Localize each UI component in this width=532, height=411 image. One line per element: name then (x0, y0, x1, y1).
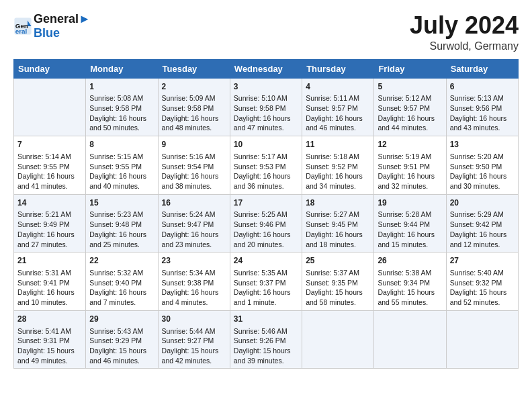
calendar-cell: 27Sunrise: 5:40 AM Sunset: 9:32 PM Dayli… (446, 253, 518, 311)
cell-content: Sunrise: 5:24 AM Sunset: 9:47 PM Dayligh… (162, 210, 226, 249)
cell-content: Sunrise: 5:11 AM Sunset: 9:57 PM Dayligh… (306, 93, 370, 133)
title-block: July 2024 Surwold, Germany (410, 12, 519, 52)
cell-content: Sunrise: 5:37 AM Sunset: 9:35 PM Dayligh… (306, 268, 370, 308)
day-number: 5 (378, 81, 442, 93)
day-number: 9 (162, 139, 226, 150)
cell-content: Sunrise: 5:29 AM Sunset: 9:42 PM Dayligh… (450, 210, 515, 249)
calendar-cell: 15Sunrise: 5:23 AM Sunset: 9:48 PM Dayli… (86, 194, 158, 253)
calendar-cell: 13Sunrise: 5:20 AM Sunset: 9:50 PM Dayli… (446, 136, 518, 195)
day-number: 24 (234, 255, 298, 267)
cell-content: Sunrise: 5:32 AM Sunset: 9:40 PM Dayligh… (89, 268, 154, 308)
day-number: 13 (450, 139, 515, 150)
cell-content: Sunrise: 5:35 AM Sunset: 9:37 PM Dayligh… (234, 268, 298, 308)
calendar-cell: 2Sunrise: 5:09 AM Sunset: 9:58 PM Daylig… (158, 78, 230, 136)
day-number: 2 (162, 81, 226, 93)
logo-icon: Gen eral (13, 17, 32, 36)
day-number: 21 (17, 255, 82, 267)
header: Gen eral General► Blue July 2024 Surwold… (13, 12, 519, 52)
week-row-4: 21Sunrise: 5:31 AM Sunset: 9:41 PM Dayli… (14, 253, 519, 311)
calendar-cell (14, 78, 86, 136)
cell-content: Sunrise: 5:21 AM Sunset: 9:49 PM Dayligh… (17, 210, 82, 249)
cell-content: Sunrise: 5:25 AM Sunset: 9:46 PM Dayligh… (234, 210, 298, 249)
logo: Gen eral General► Blue (13, 12, 91, 40)
calendar-cell: 30Sunrise: 5:44 AM Sunset: 9:27 PM Dayli… (158, 310, 230, 369)
calendar-cell: 28Sunrise: 5:41 AM Sunset: 9:31 PM Dayli… (14, 310, 86, 369)
calendar-cell: 1Sunrise: 5:08 AM Sunset: 9:58 PM Daylig… (86, 78, 158, 136)
cell-content: Sunrise: 5:20 AM Sunset: 9:50 PM Dayligh… (450, 152, 515, 191)
week-row-1: 1Sunrise: 5:08 AM Sunset: 9:58 PM Daylig… (14, 78, 519, 136)
col-header-saturday: Saturday (446, 59, 518, 78)
calendar-cell: 3Sunrise: 5:10 AM Sunset: 9:58 PM Daylig… (230, 78, 302, 136)
calendar-cell: 14Sunrise: 5:21 AM Sunset: 9:49 PM Dayli… (14, 194, 86, 253)
week-row-2: 7Sunrise: 5:14 AM Sunset: 9:55 PM Daylig… (14, 136, 519, 195)
calendar-cell: 8Sunrise: 5:15 AM Sunset: 9:55 PM Daylig… (86, 136, 158, 195)
day-number: 8 (89, 139, 154, 150)
cell-content: Sunrise: 5:46 AM Sunset: 9:26 PM Dayligh… (234, 326, 298, 366)
day-number: 11 (306, 139, 370, 150)
calendar-cell: 4Sunrise: 5:11 AM Sunset: 9:57 PM Daylig… (302, 78, 374, 136)
calendar-cell: 26Sunrise: 5:38 AM Sunset: 9:34 PM Dayli… (374, 253, 446, 311)
calendar-cell: 17Sunrise: 5:25 AM Sunset: 9:46 PM Dayli… (230, 194, 302, 253)
cell-content: Sunrise: 5:15 AM Sunset: 9:55 PM Dayligh… (89, 152, 154, 191)
day-number: 30 (162, 314, 226, 325)
day-number: 27 (450, 255, 515, 267)
logo-text: General► Blue (34, 12, 91, 40)
cell-content: Sunrise: 5:16 AM Sunset: 9:54 PM Dayligh… (162, 152, 226, 191)
day-number: 25 (306, 255, 370, 267)
day-number: 18 (306, 197, 370, 209)
calendar-cell (446, 310, 518, 369)
col-header-wednesday: Wednesday (230, 59, 302, 78)
subtitle: Surwold, Germany (410, 40, 519, 52)
cell-content: Sunrise: 5:10 AM Sunset: 9:58 PM Dayligh… (234, 93, 298, 133)
main-title: July 2024 (410, 12, 519, 39)
day-number: 31 (234, 314, 298, 325)
page: Gen eral General► Blue July 2024 Surwold… (0, 0, 532, 375)
cell-content: Sunrise: 5:40 AM Sunset: 9:32 PM Dayligh… (450, 268, 515, 308)
day-number: 26 (378, 255, 442, 267)
calendar-cell (302, 310, 374, 369)
day-number: 28 (17, 314, 82, 325)
calendar-cell: 11Sunrise: 5:18 AM Sunset: 9:52 PM Dayli… (302, 136, 374, 195)
cell-content: Sunrise: 5:23 AM Sunset: 9:48 PM Dayligh… (89, 210, 154, 249)
calendar-cell: 23Sunrise: 5:34 AM Sunset: 9:38 PM Dayli… (158, 253, 230, 311)
cell-content: Sunrise: 5:14 AM Sunset: 9:55 PM Dayligh… (17, 152, 82, 191)
col-header-friday: Friday (374, 59, 446, 78)
calendar-cell: 24Sunrise: 5:35 AM Sunset: 9:37 PM Dayli… (230, 253, 302, 311)
day-number: 19 (378, 197, 442, 209)
calendar-cell: 6Sunrise: 5:13 AM Sunset: 9:56 PM Daylig… (446, 78, 518, 136)
header-row: SundayMondayTuesdayWednesdayThursdayFrid… (14, 59, 519, 78)
col-header-monday: Monday (86, 59, 158, 78)
cell-content: Sunrise: 5:19 AM Sunset: 9:51 PM Dayligh… (378, 152, 442, 191)
day-number: 12 (378, 139, 442, 150)
day-number: 7 (17, 139, 82, 150)
cell-content: Sunrise: 5:09 AM Sunset: 9:58 PM Dayligh… (162, 93, 226, 133)
calendar-cell: 25Sunrise: 5:37 AM Sunset: 9:35 PM Dayli… (302, 253, 374, 311)
calendar-cell: 29Sunrise: 5:43 AM Sunset: 9:29 PM Dayli… (86, 310, 158, 369)
cell-content: Sunrise: 5:38 AM Sunset: 9:34 PM Dayligh… (378, 268, 442, 308)
col-header-sunday: Sunday (14, 59, 86, 78)
day-number: 20 (450, 197, 515, 209)
week-row-3: 14Sunrise: 5:21 AM Sunset: 9:49 PM Dayli… (14, 194, 519, 253)
calendar-cell: 9Sunrise: 5:16 AM Sunset: 9:54 PM Daylig… (158, 136, 230, 195)
day-number: 1 (89, 81, 154, 93)
calendar-table: SundayMondayTuesdayWednesdayThursdayFrid… (13, 59, 519, 369)
day-number: 15 (89, 197, 154, 209)
calendar-cell: 18Sunrise: 5:27 AM Sunset: 9:45 PM Dayli… (302, 194, 374, 253)
cell-content: Sunrise: 5:34 AM Sunset: 9:38 PM Dayligh… (162, 268, 226, 308)
day-number: 14 (17, 197, 82, 209)
calendar-cell: 10Sunrise: 5:17 AM Sunset: 9:53 PM Dayli… (230, 136, 302, 195)
calendar-cell: 21Sunrise: 5:31 AM Sunset: 9:41 PM Dayli… (14, 253, 86, 311)
week-row-5: 28Sunrise: 5:41 AM Sunset: 9:31 PM Dayli… (14, 310, 519, 369)
cell-content: Sunrise: 5:13 AM Sunset: 9:56 PM Dayligh… (450, 93, 515, 133)
col-header-thursday: Thursday (302, 59, 374, 78)
calendar-cell: 31Sunrise: 5:46 AM Sunset: 9:26 PM Dayli… (230, 310, 302, 369)
calendar-cell: 16Sunrise: 5:24 AM Sunset: 9:47 PM Dayli… (158, 194, 230, 253)
logo-line1: General► (34, 12, 91, 26)
day-number: 22 (89, 255, 154, 267)
cell-content: Sunrise: 5:43 AM Sunset: 9:29 PM Dayligh… (89, 326, 154, 366)
col-header-tuesday: Tuesday (158, 59, 230, 78)
logo-line2: Blue (34, 26, 91, 40)
cell-content: Sunrise: 5:27 AM Sunset: 9:45 PM Dayligh… (306, 210, 370, 249)
day-number: 16 (162, 197, 226, 209)
calendar-cell: 19Sunrise: 5:28 AM Sunset: 9:44 PM Dayli… (374, 194, 446, 253)
